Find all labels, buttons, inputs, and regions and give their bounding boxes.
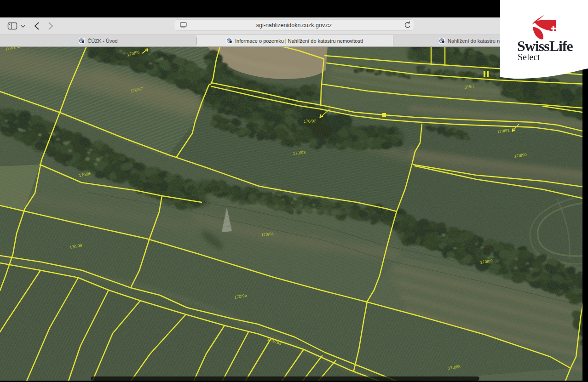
- svg-text:Select: Select: [518, 52, 540, 62]
- svg-text:170/92: 170/92: [304, 119, 317, 124]
